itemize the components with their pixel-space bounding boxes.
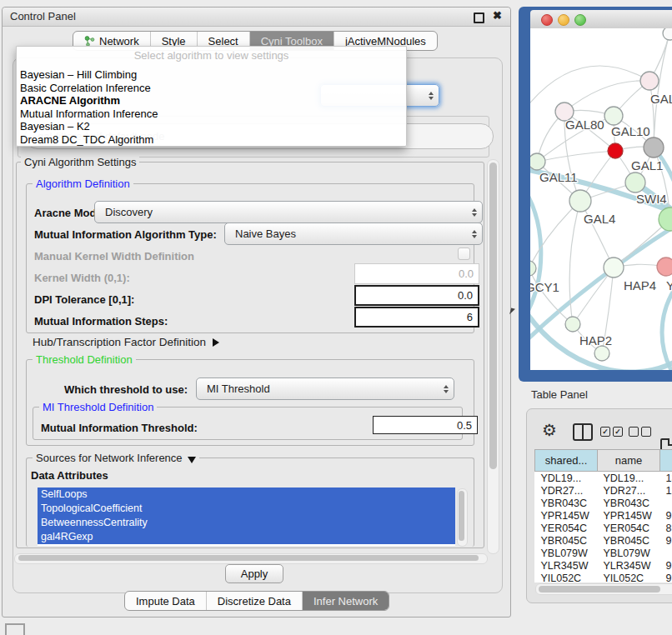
- table-cell[interactable]: 9.: [660, 559, 672, 572]
- network-node[interactable]: [604, 258, 624, 278]
- table-row[interactable]: YBR043CYBR043C: [535, 497, 672, 509]
- table-horizontal-scrollbar[interactable]: [535, 583, 672, 595]
- algorithm-option[interactable]: Mutual Information Inference: [20, 108, 403, 121]
- column-header-name[interactable]: name: [598, 450, 660, 472]
- deselect-all-columns-icon[interactable]: [629, 427, 651, 437]
- table-row[interactable]: YPR145WYPR145W9.: [535, 509, 672, 522]
- table-cell[interactable]: YBR043C: [598, 497, 660, 509]
- algorithm-option[interactable]: ARACNE Algorithm: [20, 94, 403, 108]
- network-window-titlebar[interactable]: [530, 10, 672, 29]
- network-node[interactable]: [569, 190, 591, 212]
- table-row[interactable]: YER054CYER054C8.: [535, 522, 672, 534]
- select-all-columns-icon[interactable]: ✓✓: [600, 427, 623, 437]
- minimize-traffic-light-icon[interactable]: [558, 14, 569, 26]
- table-cell[interactable]: YBR043C: [535, 497, 598, 509]
- table-cell[interactable]: YER054C: [535, 522, 598, 534]
- algorithm-option[interactable]: Basic Correlation Inference: [20, 82, 403, 95]
- control-panel-titlebar[interactable]: Control Panel ✖: [3, 8, 510, 27]
- dpi-tolerance-field[interactable]: 0.0: [354, 285, 479, 306]
- network-node[interactable]: [530, 153, 545, 170]
- table-settings-gear-icon[interactable]: ⚙: [542, 422, 557, 438]
- network-node[interactable]: [663, 28, 672, 40]
- hub-definition-toggle[interactable]: Hub/Transcription Factor Definition: [33, 336, 219, 348]
- network-node[interactable]: [640, 72, 659, 90]
- zoom-traffic-light-icon[interactable]: [574, 14, 586, 26]
- column-header-shared...[interactable]: shared...: [535, 450, 598, 472]
- table-row[interactable]: YBL079WYBL079W: [535, 547, 672, 559]
- network-window[interactable]: GALGAL80GAL10GAL1GAL11SWI4GAL4GCY1HAP4YH…: [519, 7, 672, 382]
- table-cell[interactable]: YBR045C: [598, 534, 660, 547]
- table-cell[interactable]: YIL052C: [535, 572, 598, 582]
- table-row[interactable]: YBR045CYBR045C9.: [535, 534, 672, 547]
- mi-steps-field[interactable]: 6: [354, 307, 479, 328]
- table-cell[interactable]: YBR045C: [535, 534, 598, 547]
- network-node[interactable]: [657, 258, 672, 276]
- attribute-list-item[interactable]: TopologicalCoefficient: [38, 502, 455, 516]
- table-cell[interactable]: YBL079W: [598, 547, 660, 559]
- tab-infer-network[interactable]: Infer Network: [303, 592, 389, 610]
- attribute-list-scrollbar[interactable]: [457, 488, 468, 547]
- table-cell[interactable]: YLR345W: [598, 559, 660, 572]
- table-cell[interactable]: YPR145W: [598, 509, 660, 522]
- algorithm-option[interactable]: Bayesian – K2: [20, 120, 403, 133]
- network-node[interactable]: [604, 107, 623, 125]
- which-threshold-combo[interactable]: MI Threshold: [196, 378, 454, 400]
- network-node-label: GAL1: [631, 158, 663, 172]
- table-cell[interactable]: YDR27...: [535, 484, 598, 497]
- table-cell[interactable]: YBL079W: [535, 547, 598, 559]
- float-window-icon[interactable]: [474, 12, 484, 23]
- mi-type-combo[interactable]: Naive Bayes: [224, 222, 483, 245]
- table-cell[interactable]: YIL052C: [598, 572, 660, 582]
- manual-kernel-checkbox[interactable]: [458, 248, 470, 260]
- window-title: Control Panel: [10, 10, 76, 22]
- table-cell[interactable]: 12: [660, 484, 672, 497]
- node-table[interactable]: shared...name YDL19...YDL19...13YDR27...…: [534, 449, 672, 582]
- aracne-mode-combo[interactable]: Discovery: [94, 201, 483, 223]
- mi-threshold-field[interactable]: 0.5: [373, 416, 478, 434]
- sources-group-title[interactable]: Sources for Network Inference: [33, 452, 199, 464]
- table-cell[interactable]: 13: [660, 472, 672, 485]
- apply-button[interactable]: Apply: [225, 564, 283, 583]
- algorithm-option[interactable]: Bayesian – Hill Climbing: [20, 68, 403, 82]
- network-node[interactable]: [608, 143, 623, 158]
- table-cell[interactable]: [660, 497, 672, 509]
- table-cell[interactable]: YLR345W: [535, 559, 598, 572]
- kernel-width-field[interactable]: 0.0: [354, 263, 479, 284]
- network-graph: GALGAL80GAL10GAL1GAL11SWI4GAL4GCY1HAP4YH…: [530, 28, 672, 370]
- table-cell[interactable]: YDL19...: [598, 472, 660, 485]
- table-cell[interactable]: YPR145W: [535, 509, 598, 522]
- network-node[interactable]: [594, 346, 609, 361]
- table-cell[interactable]: 9.: [660, 534, 672, 547]
- table-row[interactable]: YDR27...YDR27...12: [535, 484, 672, 497]
- mouse-cursor: [509, 308, 515, 315]
- data-attributes-list[interactable]: SelfLoopsTopologicalCoefficientBetweenne…: [38, 488, 455, 546]
- attribute-list-item[interactable]: SelfLoops: [38, 488, 455, 502]
- network-canvas[interactable]: GALGAL80GAL10GAL1GAL11SWI4GAL4GCY1HAP4YH…: [530, 28, 672, 370]
- split-panel-icon[interactable]: [573, 423, 593, 441]
- table-cell[interactable]: YER054C: [598, 522, 660, 534]
- attribute-list-item[interactable]: gal4RGexp: [38, 530, 455, 544]
- algorithm-option[interactable]: Dream8 DC_TDC Algorithm: [20, 133, 403, 147]
- network-node[interactable]: [530, 261, 536, 276]
- network-node[interactable]: [644, 138, 664, 158]
- settings-horizontal-scrollbar[interactable]: [14, 553, 488, 564]
- table-row[interactable]: YDL19...YDL19...13: [535, 472, 672, 485]
- close-traffic-light-icon[interactable]: [541, 14, 553, 26]
- tab-impute-data[interactable]: Impute Data: [125, 592, 207, 610]
- tab-discretize-data[interactable]: Discretize Data: [207, 592, 303, 610]
- close-icon[interactable]: ✖: [493, 9, 502, 22]
- table-cell[interactable]: 9.: [660, 509, 672, 522]
- table-cell[interactable]: 9: [660, 572, 672, 582]
- table-row[interactable]: YIL052CYIL052C9: [535, 572, 672, 582]
- table-row[interactable]: YLR345WYLR345W9.: [535, 559, 672, 572]
- table-cell[interactable]: YDL19...: [535, 472, 598, 485]
- table-cell[interactable]: [660, 547, 672, 559]
- settings-vertical-scrollbar[interactable]: [487, 159, 499, 554]
- table-cell[interactable]: 8.: [660, 522, 672, 534]
- network-node[interactable]: [625, 172, 645, 192]
- table-cell[interactable]: YDR27...: [598, 484, 660, 497]
- minimized-panel-icon[interactable]: [5, 623, 25, 635]
- column-header-extra[interactable]: [660, 450, 672, 472]
- attribute-list-item[interactable]: BetweennessCentrality: [38, 516, 455, 530]
- network-node[interactable]: [565, 317, 580, 332]
